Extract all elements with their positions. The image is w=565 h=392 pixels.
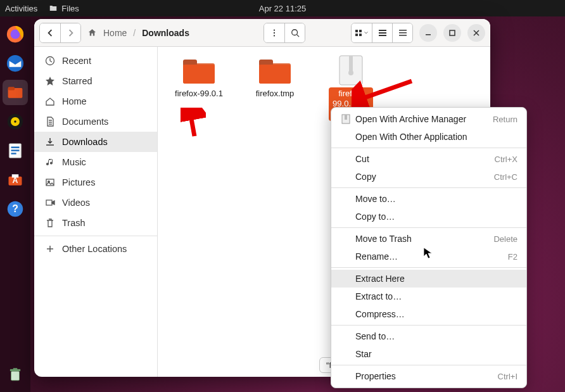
sidebar-item-label: Recent — [62, 56, 91, 66]
svg-rect-36 — [46, 179, 54, 186]
svg-rect-33 — [426, 34, 431, 35]
list-view-button[interactable] — [372, 23, 392, 42]
video-icon — [44, 197, 56, 208]
dock-help[interactable]: ? — [3, 196, 28, 222]
crumb-downloads[interactable]: Downloads — [139, 27, 192, 39]
forward-button[interactable] — [60, 23, 80, 42]
sidebar-item-label: Videos — [62, 198, 90, 208]
hamburger-button[interactable] — [392, 23, 412, 42]
cm-properties[interactable]: PropertiesCtrl+I — [331, 367, 526, 385]
svg-rect-11 — [11, 153, 16, 154]
sidebar-item-label: Starred — [62, 76, 92, 86]
cm-copy[interactable]: CopyCtrl+C — [331, 168, 526, 186]
gnome-top-bar: Activities Files Apr 22 11:25 — [0, 0, 565, 16]
sidebar-item-label: Downloads — [62, 137, 108, 147]
view-menu-button[interactable] — [264, 23, 284, 42]
files-icon — [49, 4, 58, 13]
dock-trash[interactable] — [3, 362, 28, 387]
file-label: firefox-99.0.1 — [171, 87, 227, 100]
sidebar-item-label: Pictures — [62, 177, 95, 187]
svg-rect-23 — [355, 30, 358, 32]
dock-software[interactable]: A — [3, 167, 28, 193]
minimize-button[interactable] — [419, 24, 437, 42]
sidebar-item-label: Trash — [62, 218, 86, 228]
crumb-home[interactable]: Home — [101, 27, 129, 39]
sidebar-item-trash[interactable]: Trash — [34, 213, 157, 233]
context-menu: Open With Archive ManagerReturn Open Wit… — [331, 107, 527, 388]
svg-rect-9 — [11, 147, 20, 148]
svg-rect-4 — [8, 87, 15, 90]
headerbar: Home / Downloads — [34, 19, 490, 47]
cm-open-other[interactable]: Open With Other Application — [331, 128, 526, 146]
svg-rect-41 — [183, 65, 215, 84]
cm-extract-here[interactable]: Extract Here — [331, 270, 526, 288]
home-icon — [44, 96, 56, 107]
sidebar-item-videos[interactable]: Videos — [34, 193, 157, 213]
svg-rect-31 — [399, 32, 407, 34]
dock-thunderbird[interactable] — [3, 51, 28, 76]
view-switcher — [351, 23, 413, 43]
folder-icon — [257, 56, 293, 85]
activities-button[interactable]: Activities — [5, 4, 37, 13]
svg-rect-28 — [379, 32, 386, 34]
file-folder-firefox-99[interactable]: firefox-99.0.1 — [170, 56, 227, 100]
picture-icon — [44, 177, 56, 188]
sidebar-item-pictures[interactable]: Pictures — [34, 172, 157, 193]
cm-cut[interactable]: CutCtrl+X — [331, 150, 526, 168]
svg-rect-44 — [259, 65, 291, 84]
svg-rect-46 — [349, 56, 353, 71]
download-icon — [44, 136, 56, 148]
cm-move-to[interactable]: Move to… — [331, 190, 526, 208]
trash-icon — [44, 217, 56, 229]
home-icon — [87, 28, 97, 37]
svg-rect-30 — [399, 30, 407, 31]
svg-rect-38 — [46, 200, 52, 205]
sidebar-item-label: Home — [62, 96, 87, 106]
file-folder-firefox-tmp[interactable]: firefox.tmp — [246, 56, 303, 100]
clock[interactable]: Apr 22 11:25 — [0, 4, 565, 13]
svg-point-22 — [291, 29, 297, 35]
svg-rect-10 — [11, 149, 20, 151]
cm-rename[interactable]: Rename…F2 — [331, 248, 526, 265]
cm-copy-to[interactable]: Copy to… — [331, 208, 526, 225]
sidebar-item-label: Music — [62, 157, 86, 167]
sidebar-item-music[interactable]: Music — [34, 152, 157, 172]
close-button[interactable] — [467, 24, 485, 42]
cm-send-to[interactable]: Send to… — [331, 327, 526, 345]
svg-rect-34 — [450, 30, 455, 35]
cm-move-trash[interactable]: Move to TrashDelete — [331, 230, 526, 248]
svg-rect-24 — [359, 30, 362, 32]
svg-point-7 — [14, 120, 16, 123]
plus-icon — [44, 243, 56, 255]
svg-point-20 — [274, 32, 275, 33]
sidebar-item-documents[interactable]: Documents — [34, 111, 157, 132]
cm-compress[interactable]: Compress… — [331, 305, 526, 323]
sidebar-item-starred[interactable]: Starred — [34, 71, 157, 91]
svg-point-47 — [348, 70, 353, 75]
icon-view-button[interactable] — [352, 23, 372, 42]
sidebar-item-label: Documents — [62, 117, 108, 127]
sidebar-other-locations[interactable]: Other Locations — [34, 239, 157, 259]
archive-icon — [333, 56, 369, 85]
sidebar-item-recent[interactable]: Recent — [34, 51, 157, 71]
dock-files[interactable] — [3, 80, 28, 105]
dock-firefox[interactable] — [3, 22, 28, 47]
menu-search-group — [263, 23, 305, 43]
back-button[interactable] — [40, 23, 60, 42]
svg-rect-17 — [11, 371, 20, 381]
dock-libreoffice[interactable] — [3, 138, 28, 163]
cm-open-archive-manager[interactable]: Open With Archive ManagerReturn — [331, 110, 526, 128]
svg-rect-49 — [345, 115, 347, 120]
file-label: firefox.tmp — [252, 87, 298, 100]
sidebar-item-downloads[interactable]: Downloads — [34, 132, 157, 152]
sidebar-item-label: Other Locations — [62, 244, 127, 254]
dock-rhythmbox[interactable] — [3, 109, 28, 134]
star-icon — [44, 75, 56, 87]
music-icon — [44, 156, 56, 168]
maximize-button[interactable] — [443, 24, 461, 42]
current-app[interactable]: Files — [49, 4, 79, 13]
cm-extract-to[interactable]: Extract to… — [331, 288, 526, 305]
cm-star[interactable]: Star — [331, 345, 526, 363]
sidebar-item-home[interactable]: Home — [34, 91, 157, 111]
search-button[interactable] — [284, 23, 305, 42]
